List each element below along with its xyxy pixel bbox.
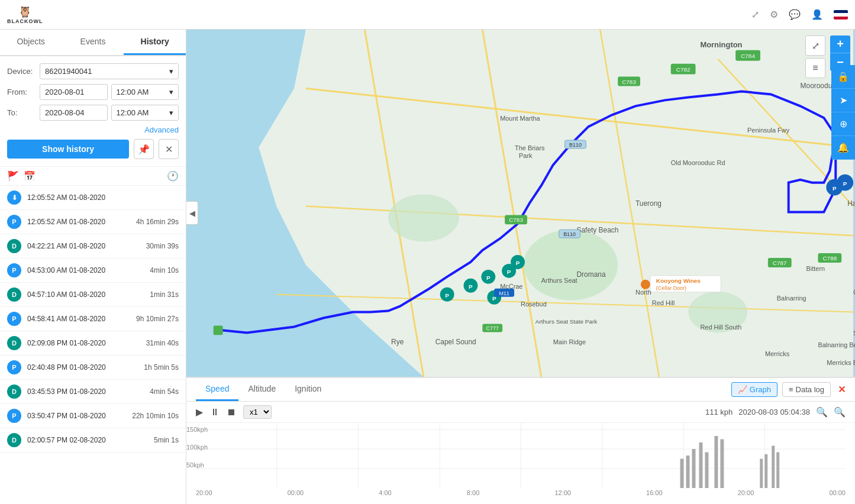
x-label-1: 00:00 [288,489,304,496]
svg-text:Merricks Beach: Merricks Beach [827,359,855,366]
pause-button[interactable]: ⏸ [210,407,220,418]
bell-button[interactable]: 🔔 [831,136,855,160]
item-time: 02:40:48 PM 01-08-2020 [27,363,144,371]
zoom-in-button[interactable]: + [830,35,850,53]
datalog-label: Data log [796,385,824,394]
history-list-item[interactable]: D04:57:10 AM 01-08-20201min 31s [0,283,186,307]
item-badge: D [7,287,21,302]
item-badge: P [7,263,21,277]
to-time-dropdown-icon: ▾ [169,108,173,117]
header: 🦉 BLACKOWL ⤢ ⚙ 💬 👤 [0,0,855,30]
from-time-input[interactable]: 12:00 AM ▾ [111,84,179,100]
svg-rect-109 [760,459,763,489]
item-duration: 22h 10min 10s [132,412,179,420]
history-list-item[interactable]: D02:00:57 PM 02-08-20205min 1s [0,428,186,453]
bottom-tab-bar: Speed Altitude Ignition 📈 Graph ≡ Data l… [186,378,855,402]
advanced-link[interactable]: Advanced [7,125,179,134]
lock-button[interactable]: 🔒 [831,65,855,89]
item-badge: P [7,409,21,423]
svg-text:C782: C782 [676,66,691,73]
tab-altitude[interactable]: Altitude [238,378,285,401]
tab-history[interactable]: History [124,30,186,55]
svg-text:P: P [833,185,837,192]
logo-text: BLACKOWL [7,18,43,24]
to-inputs: 2020-08-04 12:00 AM ▾ [40,105,179,121]
tab-speed[interactable]: Speed [196,378,238,401]
share-icon[interactable]: ⤢ [751,9,759,20]
history-list-item[interactable]: D03:45:53 PM 01-08-20204min 54s [0,380,186,404]
device-select[interactable]: 86201940041 ▾ [40,63,179,79]
svg-text:Red Hill: Red Hill [652,299,675,306]
stop-button[interactable]: ⏹ [227,407,236,418]
x-axis-labels: 20:00 00:00 4:00 8:00 12:00 16:00 20:00 … [186,488,855,496]
svg-text:C783: C783 [509,217,523,223]
close-graph-button[interactable]: ✕ [838,384,846,395]
layers-button[interactable]: ≡ [805,58,825,78]
item-badge: ⬇ [7,190,21,205]
svg-text:Safety Beach: Safety Beach [577,226,619,234]
graph-line-icon: 📈 [738,385,747,394]
history-list-item[interactable]: P12:05:52 AM 01-08-20204h 16min 29s [0,210,186,234]
item-duration: 1h 5min 5s [144,363,179,371]
history-list-item[interactable]: P04:58:41 AM 01-08-20209h 10min 27s [0,307,186,331]
item-badge: D [7,239,21,253]
svg-rect-111 [772,446,775,489]
flag-list-icon[interactable]: 🚩 [7,170,19,182]
left-panel: Objects Events History Device: 862019400… [0,30,186,504]
tab-objects[interactable]: Objects [0,30,62,55]
clock-list-icon[interactable]: 🕐 [167,170,179,182]
to-time-input[interactable]: 12:00 AM ▾ [111,105,179,121]
svg-text:P: P [469,283,473,290]
history-list-item[interactable]: D04:22:21 AM 01-08-202030min 39s [0,234,186,259]
play-button[interactable]: ▶ [196,406,203,418]
clear-icon-button[interactable]: ✕ [159,139,179,159]
item-badge: D [7,385,21,399]
to-date-value: 2020-08-04 [45,108,85,117]
svg-point-67 [641,280,650,289]
datalog-button[interactable]: ≡ Data log [782,382,831,397]
playback-info: 111 kph 2020-08-03 05:04:38 🔍 🔍 [705,406,846,418]
item-badge: P [7,360,21,374]
to-label: To: [7,108,40,117]
svg-rect-108 [720,440,724,489]
tab-ignition[interactable]: Ignition [285,378,331,401]
history-list-item[interactable]: P02:40:48 PM 01-08-20201h 5min 5s [0,356,186,380]
to-date-input[interactable]: 2020-08-04 [40,105,108,121]
from-label: From: [7,88,40,96]
svg-rect-104 [692,449,695,488]
svg-rect-106 [705,453,708,489]
crosshair-button[interactable]: ⊕ [831,112,855,136]
settings-icon[interactable]: ⚙ [770,9,778,20]
history-list-item[interactable]: P04:53:00 AM 01-08-20204min 10s [0,259,186,283]
svg-text:Park: Park [519,152,533,159]
history-form: Device: 86201940041 ▾ From: 2020-08-01 1… [0,56,186,167]
svg-rect-110 [764,454,767,488]
tab-events[interactable]: Events [62,30,124,55]
calendar-list-icon[interactable]: 📅 [24,170,36,182]
user-icon[interactable]: 👤 [811,9,823,20]
chat-icon[interactable]: 💬 [789,9,801,20]
svg-text:Merricks: Merricks [765,350,790,357]
toggle-panel-button[interactable]: ◀ [186,201,198,225]
item-badge: P [7,312,21,326]
item-time: 02:09:08 PM 01-08-2020 [27,339,146,347]
bottom-tab-right: 📈 Graph ≡ Data log ✕ [731,382,846,397]
speed-multiplier-select[interactable]: x1 x2 x4 [243,405,272,419]
graph-button[interactable]: 📈 Graph [731,382,777,397]
x-label-6: 20:00 [738,489,754,496]
item-badge: D [7,336,21,350]
zoom-out-chart-icon[interactable]: 🔍 [834,406,846,418]
show-history-button[interactable]: Show history [7,140,129,159]
from-date-input[interactable]: 2020-08-01 [40,84,108,100]
history-list-item[interactable]: ⬇12:05:52 AM 01-08-2020 [0,186,186,210]
history-list-item[interactable]: P03:50:47 PM 01-08-202022h 10min 10s [0,404,186,428]
x-label-4: 12:00 [554,489,571,496]
svg-text:Dromana: Dromana [577,270,606,279]
pin-icon-button[interactable]: 📌 [134,139,154,159]
item-duration: 4h 16min 29s [136,218,179,226]
nav-button[interactable]: ➤ [831,89,855,112]
zoom-in-chart-icon[interactable]: 🔍 [816,406,828,418]
history-list-item[interactable]: D02:09:08 PM 01-08-202031min 40s [0,331,186,356]
map-area[interactable]: P P P P P P P P C782 C784 C783 C783 M11 … [186,30,855,377]
fullscreen-button[interactable]: ⤢ [805,35,825,56]
